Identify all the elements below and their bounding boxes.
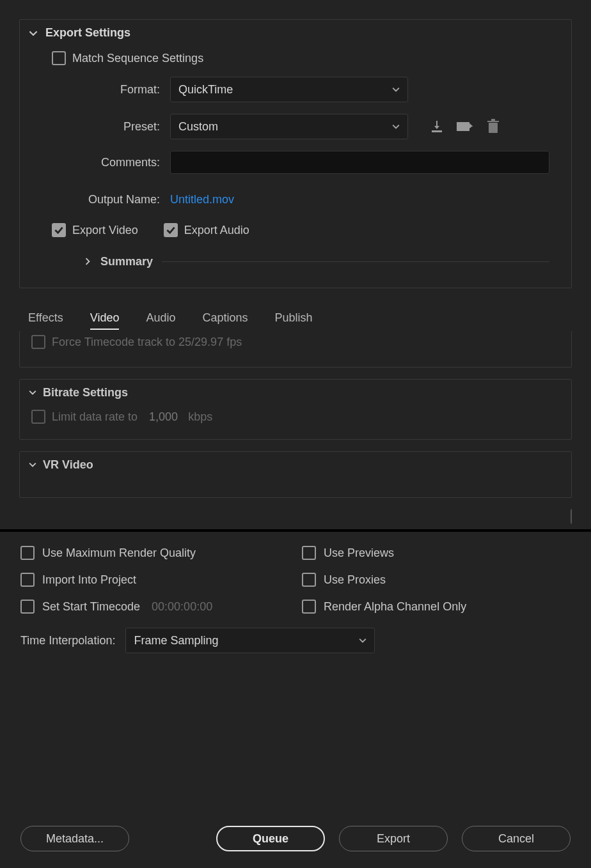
- queue-button[interactable]: Queue: [216, 826, 325, 851]
- use-previews-label: Use Previews: [324, 546, 394, 560]
- delete-preset-icon[interactable]: [484, 117, 503, 136]
- svg-rect-3: [487, 121, 499, 122]
- save-preset-icon[interactable]: [427, 117, 446, 136]
- chevron-down-icon: [392, 123, 400, 130]
- button-row: Metadata... Queue Export Cancel: [0, 826, 591, 851]
- render-alpha-label: Render Alpha Channel Only: [324, 600, 466, 614]
- use-proxies-label: Use Proxies: [324, 573, 386, 587]
- format-select[interactable]: QuickTime: [170, 77, 408, 102]
- chevron-down-icon: [29, 386, 36, 399]
- export-settings-title: Export Settings: [45, 26, 130, 40]
- set-start-tc-value[interactable]: 00:00:00:00: [152, 600, 212, 614]
- limit-rate-unit: kbps: [188, 410, 212, 424]
- bitrate-title: Bitrate Settings: [43, 386, 128, 399]
- import-project-label: Import Into Project: [42, 573, 136, 587]
- max-render-checkbox[interactable]: [20, 546, 35, 560]
- svg-rect-0: [432, 130, 442, 132]
- timecode-panel: Force Timecode track to 25/29.97 fps: [19, 331, 572, 368]
- limit-rate-checkbox[interactable]: [31, 410, 45, 424]
- match-sequence-checkbox[interactable]: [52, 51, 66, 65]
- bitrate-header[interactable]: Bitrate Settings: [20, 380, 571, 406]
- import-preset-icon[interactable]: [455, 117, 475, 136]
- comments-input[interactable]: [170, 151, 549, 174]
- output-name-label: Output Name:: [52, 193, 170, 206]
- summary-label: Summary: [100, 255, 153, 268]
- set-start-tc-label: Set Start Timecode: [42, 600, 140, 614]
- svg-rect-4: [491, 119, 495, 121]
- export-video-label: Export Video: [72, 224, 138, 237]
- preset-value: Custom: [178, 120, 218, 134]
- preset-select[interactable]: Custom: [170, 114, 408, 139]
- tab-publish[interactable]: Publish: [275, 311, 313, 330]
- force-timecode-label: Force Timecode track to 25/29.97 fps: [52, 336, 242, 349]
- import-project-checkbox[interactable]: [20, 573, 35, 587]
- time-interp-label: Time Interpolation:: [20, 634, 115, 647]
- chevron-down-icon: [359, 634, 366, 647]
- bitrate-panel: Bitrate Settings Limit data rate to 1,00…: [19, 379, 572, 440]
- chevron-down-icon: [392, 86, 400, 93]
- divider: [162, 261, 549, 262]
- tab-bar: Effects Video Audio Captions Publish: [19, 311, 572, 331]
- svg-rect-2: [489, 123, 498, 133]
- export-button[interactable]: Export: [339, 826, 448, 851]
- tab-video[interactable]: Video: [90, 311, 120, 330]
- chevron-down-icon: [29, 458, 36, 472]
- format-label: Format:: [52, 83, 170, 97]
- limit-rate-value[interactable]: 1,000: [149, 410, 178, 424]
- tab-captions[interactable]: Captions: [202, 311, 248, 330]
- tab-audio[interactable]: Audio: [146, 311, 175, 330]
- export-audio-label: Export Audio: [184, 224, 249, 237]
- export-settings-panel: Export Settings Match Sequence Settings …: [19, 19, 572, 288]
- comments-label: Comments:: [52, 156, 170, 169]
- output-name-link[interactable]: Untitled.mov: [170, 193, 234, 206]
- summary-header[interactable]: Summary: [52, 249, 549, 268]
- metadata-button[interactable]: Metadata...: [20, 826, 129, 851]
- time-interp-value: Frame Sampling: [134, 634, 218, 647]
- use-proxies-checkbox[interactable]: [302, 573, 316, 587]
- export-options-grid: Use Maximum Render Quality Use Previews …: [0, 532, 591, 620]
- format-value: QuickTime: [178, 83, 233, 97]
- render-alpha-checkbox[interactable]: [302, 600, 316, 614]
- match-sequence-label: Match Sequence Settings: [72, 52, 203, 65]
- set-start-tc-checkbox[interactable]: [20, 600, 35, 614]
- vr-header[interactable]: VR Video: [20, 452, 571, 478]
- cancel-button[interactable]: Cancel: [462, 826, 571, 851]
- preset-label: Preset:: [52, 120, 170, 134]
- limit-rate-label: Limit data rate to: [52, 410, 138, 424]
- tab-effects[interactable]: Effects: [28, 311, 63, 330]
- scrollbar[interactable]: [571, 331, 572, 529]
- use-previews-checkbox[interactable]: [302, 546, 316, 560]
- time-interp-select[interactable]: Frame Sampling: [125, 628, 375, 653]
- chevron-right-icon: [84, 255, 91, 268]
- chevron-down-icon: [28, 27, 39, 39]
- max-render-label: Use Maximum Render Quality: [42, 546, 196, 560]
- vr-title: VR Video: [43, 458, 93, 472]
- export-video-checkbox[interactable]: [52, 223, 66, 237]
- export-settings-header[interactable]: Export Settings: [20, 20, 571, 45]
- video-options-scroll: Force Timecode track to 25/29.97 fps Bit…: [19, 331, 572, 529]
- export-audio-checkbox[interactable]: [164, 223, 178, 237]
- force-timecode-checkbox[interactable]: [31, 335, 45, 349]
- vr-panel: VR Video: [19, 451, 572, 498]
